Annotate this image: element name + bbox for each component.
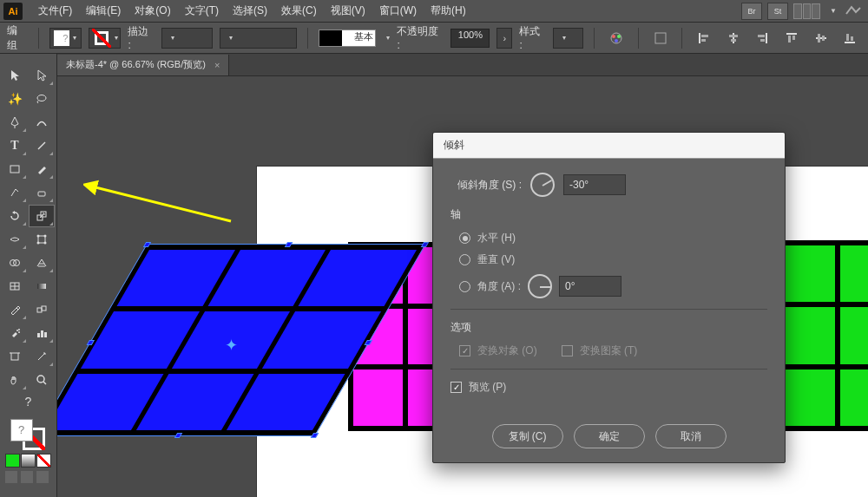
menu-file[interactable]: 文件(F) (31, 1, 79, 21)
column-graph-tool[interactable] (29, 322, 55, 344)
fill-color-control[interactable]: ?▾ (49, 28, 82, 49)
menu-window[interactable]: 窗口(W) (372, 1, 424, 21)
menu-help[interactable]: 帮助(H) (424, 1, 473, 21)
fill-stroke-indicator[interactable]: ? (2, 415, 55, 450)
svg-rect-25 (10, 166, 19, 173)
paintbrush-tool[interactable] (29, 158, 55, 180)
shear-angle-input[interactable] (563, 174, 626, 195)
arrange-docs-icon[interactable] (793, 3, 821, 19)
align-top-icon[interactable] (780, 28, 803, 49)
stroke-profile-dropdown[interactable]: ▾ (220, 28, 297, 49)
selection-type-label: 编组 (7, 23, 28, 53)
app-logo: Ai (3, 3, 23, 20)
axis-angle-dial[interactable] (528, 274, 552, 298)
svg-rect-47 (44, 332, 47, 337)
preview-checkbox[interactable] (450, 382, 462, 393)
align-right-icon[interactable] (752, 28, 774, 49)
svg-rect-16 (792, 36, 795, 40)
menu-effect[interactable]: 效果(C) (274, 1, 324, 21)
pen-tool[interactable] (2, 111, 28, 134)
axis-angle-input[interactable] (559, 276, 621, 297)
direct-selection-tool[interactable] (29, 64, 55, 87)
toolbar-more[interactable]: ? (2, 392, 55, 411)
stock-icon[interactable]: St (767, 3, 788, 20)
mesh-tool[interactable] (2, 275, 28, 298)
blend-tool[interactable] (29, 298, 55, 321)
cancel-button[interactable]: 取消 (655, 424, 727, 448)
lasso-tool[interactable] (29, 88, 55, 110)
ok-button[interactable]: 确定 (574, 424, 645, 448)
normal-screen-icon[interactable] (5, 471, 17, 483)
angle-radio[interactable] (459, 281, 470, 292)
align-left-icon[interactable] (693, 28, 715, 49)
svg-rect-40 (37, 308, 42, 312)
artboard-tool[interactable] (2, 345, 28, 368)
graphic-style-dropdown[interactable]: ▾ (553, 28, 584, 49)
svg-line-53 (92, 186, 231, 221)
rotate-tool[interactable] (2, 205, 28, 227)
scale-tool[interactable] (29, 205, 55, 227)
presentation-icon[interactable] (36, 471, 49, 483)
copy-button[interactable]: 复制 (C) (492, 424, 563, 448)
align-vcenter-icon[interactable] (810, 28, 832, 49)
svg-point-23 (37, 95, 46, 101)
brush-definition-dropdown[interactable]: 基本 (319, 29, 377, 47)
full-screen-icon[interactable] (21, 471, 33, 483)
tools-panel: ✨ T (0, 54, 57, 497)
free-transform-tool[interactable] (29, 228, 55, 251)
line-segment-tool[interactable] (29, 134, 55, 157)
eraser-tool[interactable] (29, 181, 55, 204)
perspective-grid-tool[interactable] (29, 252, 55, 274)
shear-angle-dial[interactable] (530, 173, 555, 197)
selection-tool[interactable] (2, 64, 28, 87)
menu-type[interactable]: 文字(T) (178, 1, 226, 21)
svg-rect-48 (11, 353, 18, 360)
canvas-area[interactable]: 未标题-4* @ 66.67% (RGB/预览) × J 网 system… (57, 54, 868, 497)
menu-edit[interactable]: 编辑(E) (79, 1, 128, 21)
gpu-preview-icon[interactable] (842, 1, 865, 22)
menu-view[interactable]: 视图(V) (324, 1, 372, 21)
svg-point-43 (18, 331, 20, 333)
eyedropper-tool[interactable] (2, 298, 28, 321)
document-tabs: 未标题-4* @ 66.67% (RGB/预览) × (57, 54, 868, 76)
axis-section-label: 轴 (450, 207, 767, 222)
svg-point-51 (37, 376, 44, 383)
bridge-icon[interactable]: Br (741, 3, 762, 20)
zoom-tool[interactable] (29, 369, 55, 391)
recolor-icon[interactable] (605, 28, 628, 49)
opacity-arrow[interactable]: › (496, 28, 512, 49)
screen-mode-icons[interactable] (2, 468, 55, 487)
svg-point-42 (16, 330, 18, 331)
vertical-radio[interactable] (459, 254, 470, 265)
stroke-color-control[interactable]: ▾ (89, 28, 121, 49)
color-mode-row[interactable] (2, 454, 55, 468)
hand-tool[interactable] (2, 369, 28, 391)
stroke-weight-dropdown[interactable]: ▾ (161, 28, 213, 49)
align-panel-icon[interactable] (649, 28, 672, 49)
width-tool[interactable] (2, 228, 28, 251)
dialog-title[interactable]: 倾斜 (433, 133, 785, 159)
shaper-tool[interactable] (2, 181, 28, 204)
transform-patterns-checkbox (562, 345, 573, 356)
align-bottom-icon[interactable] (838, 28, 861, 49)
magic-wand-tool[interactable]: ✨ (2, 88, 28, 110)
symbol-sprayer-tool[interactable] (2, 322, 28, 344)
document-tab[interactable]: 未标题-4* @ 66.67% (RGB/预览) × (57, 55, 229, 75)
menu-select[interactable]: 选择(S) (226, 1, 274, 21)
align-hcenter-icon[interactable] (722, 28, 745, 49)
close-icon[interactable]: × (214, 60, 220, 70)
rectangle-tool[interactable] (2, 158, 28, 180)
gradient-tool[interactable] (29, 275, 55, 298)
svg-rect-12 (758, 35, 765, 37)
svg-rect-15 (788, 36, 791, 43)
slice-tool[interactable] (29, 345, 55, 368)
horizontal-radio[interactable] (459, 232, 470, 244)
svg-point-31 (44, 235, 47, 238)
opacity-input[interactable]: 100% (450, 29, 490, 48)
shape-builder-tool[interactable] (2, 252, 28, 274)
menu-object[interactable]: 对象(O) (128, 1, 177, 21)
dropdown-arrow-icon[interactable]: ▼ (830, 7, 837, 15)
curvature-tool[interactable] (29, 111, 55, 134)
type-tool[interactable]: T (2, 134, 28, 157)
svg-line-24 (38, 142, 45, 149)
